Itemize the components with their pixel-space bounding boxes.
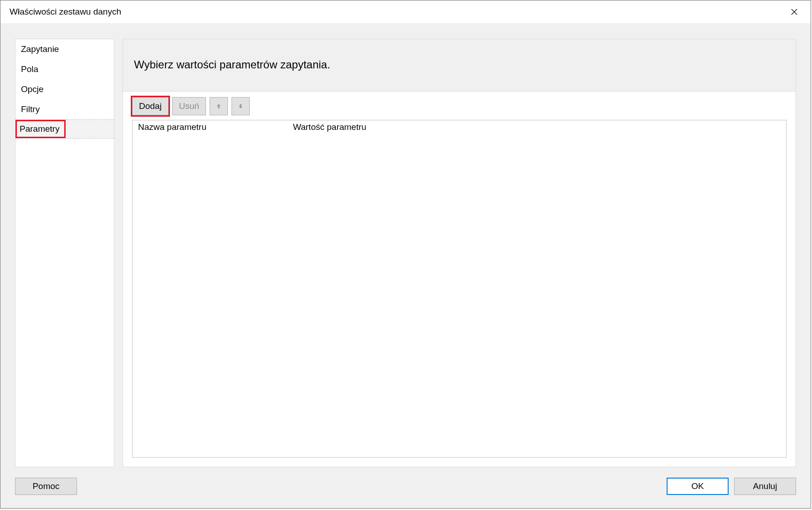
help-button[interactable]: Pomoc (15, 478, 77, 495)
footer-right: OK Anuluj (667, 478, 796, 495)
help-button-label: Pomoc (32, 481, 59, 491)
panels-row: Zapytanie Pola Opcje Filtry Parametry Wy… (15, 39, 796, 467)
sidebar-item-label: Zapytanie (21, 44, 59, 54)
toolbar: Dodaj Usuń (132, 97, 786, 115)
sidebar-item-parametry[interactable]: Parametry (15, 119, 114, 139)
arrow-up-icon (216, 103, 222, 109)
cancel-button-label: Anuluj (753, 481, 777, 491)
titlebar: Właściwości zestawu danych (0, 0, 811, 23)
ok-button[interactable]: OK (667, 478, 729, 495)
sidebar-item-opcje[interactable]: Opcje (15, 79, 114, 99)
cancel-button[interactable]: Anuluj (734, 478, 796, 495)
add-button[interactable]: Dodaj (132, 97, 169, 115)
dialog-footer: Pomoc OK Anuluj (15, 467, 796, 499)
close-button[interactable] (785, 3, 803, 21)
sidebar-item-label: Filtry (21, 104, 40, 114)
move-down-button[interactable] (231, 97, 250, 115)
grid-column-name: Nazwa parametru (133, 122, 288, 132)
delete-button[interactable]: Usuń (172, 97, 206, 115)
grid-column-value: Wartość parametru (288, 122, 786, 132)
grid-header: Nazwa parametru Wartość parametru (133, 120, 786, 135)
footer-left: Pomoc (15, 478, 77, 495)
page-title: Wybierz wartości parametrów zapytania. (134, 58, 785, 71)
sidebar-item-label: Parametry (16, 120, 65, 138)
ok-button-label: OK (691, 481, 704, 491)
sidebar-item-pola[interactable]: Pola (15, 59, 114, 79)
sidebar-item-label: Pola (21, 64, 38, 74)
parameters-grid[interactable]: Nazwa parametru Wartość parametru (132, 120, 786, 458)
sidebar-item-label: Opcje (21, 84, 44, 94)
sidebar-item-filtry[interactable]: Filtry (15, 99, 114, 119)
main-panel: Wybierz wartości parametrów zapytania. D… (123, 39, 796, 467)
dialog-window: Właściwości zestawu danych Zapytanie Pol… (0, 0, 811, 509)
dialog-body: Zapytanie Pola Opcje Filtry Parametry Wy… (0, 23, 811, 508)
delete-button-label: Usuń (179, 101, 199, 111)
add-button-label: Dodaj (139, 101, 162, 111)
main-content: Dodaj Usuń (123, 91, 796, 467)
sidebar: Zapytanie Pola Opcje Filtry Parametry (15, 39, 114, 467)
close-icon (791, 9, 797, 15)
sidebar-item-zapytanie[interactable]: Zapytanie (15, 39, 114, 59)
main-header: Wybierz wartości parametrów zapytania. (123, 39, 796, 91)
arrow-down-icon (237, 103, 244, 109)
window-title: Właściwości zestawu danych (10, 7, 121, 17)
move-up-button[interactable] (210, 97, 228, 115)
